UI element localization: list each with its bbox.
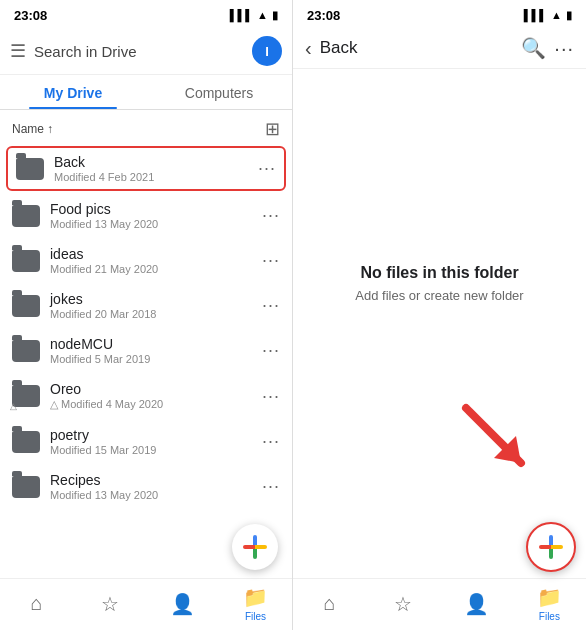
status-bar-left: 23:08 ▌▌▌ ▲ ▮: [0, 0, 292, 28]
more-options-right[interactable]: ···: [554, 37, 574, 60]
file-item-nodemcu[interactable]: nodeMCU Modified 5 Mar 2019 ···: [0, 328, 292, 373]
file-info-nodemcu: nodeMCU Modified 5 Mar 2019: [50, 336, 262, 365]
more-options-recipes[interactable]: ···: [262, 476, 280, 497]
file-name-food-pics: Food pics: [50, 201, 262, 217]
folder-icon-recipes: [12, 476, 40, 498]
sort-header[interactable]: Name ↑: [12, 122, 53, 136]
time-left: 23:08: [14, 8, 47, 23]
tab-my-drive[interactable]: My Drive: [0, 75, 146, 109]
more-options-jokes[interactable]: ···: [262, 295, 280, 316]
folder-icon-oreo: △: [12, 385, 40, 407]
folder-icon-poetry: [12, 431, 40, 453]
wifi-icon: ▲: [257, 9, 268, 21]
file-info-recipes: Recipes Modified 13 May 2020: [50, 472, 262, 501]
nav-starred-left[interactable]: ☆: [73, 583, 146, 624]
sort-label: Name: [12, 122, 44, 136]
right-header: ‹ Back 🔍 ···: [293, 28, 586, 69]
nav-files-right[interactable]: 📁 Files: [513, 583, 586, 624]
file-meta-jokes: Modified 20 Mar 2018: [50, 308, 262, 320]
file-item-recipes[interactable]: Recipes Modified 13 May 2020 ···: [0, 464, 292, 509]
file-meta-nodemcu: Modified 5 Mar 2019: [50, 353, 262, 365]
sort-arrow-icon: ↑: [47, 122, 53, 136]
plus-horizontal-right: [539, 545, 563, 549]
plus-horizontal: [243, 545, 267, 549]
folder-icon-ideas: [12, 250, 40, 272]
more-options-ideas[interactable]: ···: [262, 250, 280, 271]
search-bar[interactable]: ☰ Search in Drive I: [0, 28, 292, 75]
signal-icons-left: ▌▌▌ ▲ ▮: [230, 9, 278, 22]
more-options-poetry[interactable]: ···: [262, 431, 280, 452]
star-icon-left: ☆: [101, 592, 119, 616]
search-button-right[interactable]: 🔍: [521, 36, 546, 60]
file-item-jokes[interactable]: jokes Modified 20 Mar 2018 ···: [0, 283, 292, 328]
signal-icon: ▌▌▌: [230, 9, 253, 21]
empty-state: No files in this folder Add files or cre…: [293, 69, 586, 578]
tab-computers[interactable]: Computers: [146, 75, 292, 109]
files-icon-right: 📁: [537, 585, 562, 609]
file-name-nodemcu: nodeMCU: [50, 336, 262, 352]
file-meta-back: Modified 4 Feb 2021: [54, 171, 258, 183]
grid-view-icon[interactable]: ⊞: [265, 118, 280, 140]
folder-icon-jokes: [12, 295, 40, 317]
nav-shared-right[interactable]: 👤: [440, 583, 513, 624]
file-meta-ideas: Modified 21 May 2020: [50, 263, 262, 275]
add-icon-right: [539, 535, 563, 559]
hamburger-icon[interactable]: ☰: [10, 40, 26, 62]
nav-files-left[interactable]: 📁 Files: [219, 583, 292, 624]
fab-left[interactable]: [232, 524, 278, 570]
more-options-nodemcu[interactable]: ···: [262, 340, 280, 361]
file-item-poetry[interactable]: poetry Modified 15 Mar 2019 ···: [0, 419, 292, 464]
search-input[interactable]: Search in Drive: [34, 43, 244, 60]
file-info-back: Back Modified 4 Feb 2021: [54, 154, 258, 183]
file-item-back[interactable]: Back Modified 4 Feb 2021 ···: [6, 146, 286, 191]
arrow-container: [456, 398, 556, 498]
more-options-oreo[interactable]: ···: [262, 386, 280, 407]
avatar[interactable]: I: [252, 36, 282, 66]
nav-starred-right[interactable]: ☆: [366, 583, 439, 624]
list-header: Name ↑ ⊞: [0, 110, 292, 144]
more-options-food-pics[interactable]: ···: [262, 205, 280, 226]
fab-right[interactable]: [526, 522, 576, 572]
file-name-jokes: jokes: [50, 291, 262, 307]
bottom-nav-left: ⌂ ☆ 👤 📁 Files: [0, 578, 292, 630]
file-name-back: Back: [54, 154, 258, 170]
file-item-food-pics[interactable]: Food pics Modified 13 May 2020 ···: [0, 193, 292, 238]
file-info-jokes: jokes Modified 20 Mar 2018: [50, 291, 262, 320]
red-arrow-icon: [456, 398, 536, 478]
more-options-back[interactable]: ···: [258, 158, 276, 179]
shared-label: △: [50, 398, 61, 410]
nav-home-right[interactable]: ⌂: [293, 583, 366, 624]
people-icon-right: 👤: [464, 592, 489, 616]
battery-icon: ▮: [272, 9, 278, 22]
signal-icon-right: ▌▌▌: [524, 9, 547, 21]
file-list: Back Modified 4 Feb 2021 ··· Food pics M…: [0, 144, 292, 578]
folder-icon-back: [16, 158, 44, 180]
file-item-ideas[interactable]: ideas Modified 21 May 2020 ···: [0, 238, 292, 283]
file-name-oreo: Oreo: [50, 381, 262, 397]
right-panel: 23:08 ▌▌▌ ▲ ▮ ‹ Back 🔍 ··· No files in t…: [293, 0, 586, 630]
time-right: 23:08: [307, 8, 340, 23]
home-icon-right: ⌂: [324, 592, 336, 615]
folder-title: Back: [320, 38, 514, 58]
back-button[interactable]: ‹: [305, 37, 312, 60]
wifi-icon-right: ▲: [551, 9, 562, 21]
nav-files-label-right: Files: [539, 611, 560, 622]
tabs: My Drive Computers: [0, 75, 292, 110]
file-meta-food-pics: Modified 13 May 2020: [50, 218, 262, 230]
nav-home-left[interactable]: ⌂: [0, 583, 73, 624]
nav-shared-left[interactable]: 👤: [146, 583, 219, 624]
folder-icon-food-pics: [12, 205, 40, 227]
home-icon-left: ⌂: [30, 592, 42, 615]
empty-subtitle: Add files or create new folder: [355, 288, 523, 303]
add-icon-left: [243, 535, 267, 559]
file-name-ideas: ideas: [50, 246, 262, 262]
file-info-poetry: poetry Modified 15 Mar 2019: [50, 427, 262, 456]
battery-icon-right: ▮: [566, 9, 572, 22]
file-info-ideas: ideas Modified 21 May 2020: [50, 246, 262, 275]
left-panel: 23:08 ▌▌▌ ▲ ▮ ☰ Search in Drive I My Dri…: [0, 0, 293, 630]
file-meta-oreo: △ Modified 4 May 2020: [50, 398, 262, 411]
file-info-food-pics: Food pics Modified 13 May 2020: [50, 201, 262, 230]
file-item-oreo[interactable]: △ Oreo △ Modified 4 May 2020 ···: [0, 373, 292, 419]
folder-icon-nodemcu: [12, 340, 40, 362]
files-icon-left: 📁: [243, 585, 268, 609]
